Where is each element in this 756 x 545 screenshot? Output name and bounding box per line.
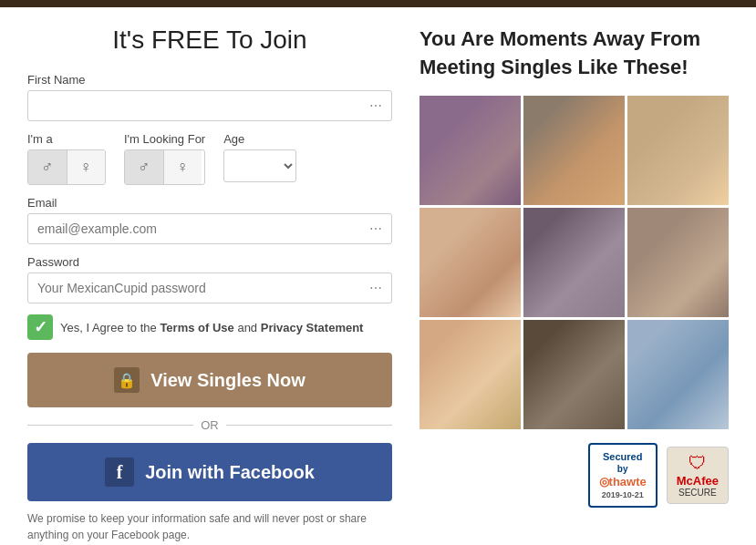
- age-group: Age 181920 253035: [223, 132, 296, 185]
- photo-1: [419, 96, 521, 205]
- ima-male-btn[interactable]: ♂: [28, 150, 67, 184]
- page-title: It's FREE To Join: [27, 26, 392, 55]
- age-select[interactable]: 181920 253035: [223, 149, 296, 182]
- gender-row: I'm a ♂ ♀ I'm Looking For ♂ ♀ Age 181920: [27, 132, 392, 185]
- lock-icon: 🔒: [114, 367, 140, 393]
- privacy-link[interactable]: Privacy Statement: [261, 321, 364, 334]
- facebook-icon: f: [105, 458, 134, 487]
- ima-female-btn[interactable]: ♀: [67, 150, 106, 184]
- first-name-icon: ⋯: [369, 98, 382, 113]
- or-divider: OR: [27, 418, 392, 432]
- photo-5: [523, 208, 625, 317]
- email-input[interactable]: [37, 221, 369, 236]
- email-group: Email ⋯: [27, 196, 392, 244]
- looking-female-btn[interactable]: ♀: [164, 150, 202, 184]
- email-field-wrapper[interactable]: ⋯: [27, 213, 392, 244]
- photo-4: [419, 208, 521, 317]
- or-line-right: [226, 425, 392, 426]
- password-group: Password ⋯: [27, 255, 392, 303]
- view-singles-label: View Singles Now: [150, 370, 306, 391]
- age-label: Age: [223, 132, 296, 146]
- secured-text: Secured: [603, 450, 642, 463]
- ima-buttons: ♂ ♀: [27, 149, 106, 185]
- terms-label: Yes, I Agree to the Terms of Use and Pri…: [60, 321, 363, 334]
- photo-9: [627, 320, 729, 429]
- password-input[interactable]: [37, 281, 369, 295]
- terms-checkbox[interactable]: [27, 314, 53, 340]
- password-label: Password: [27, 255, 392, 269]
- mcafee-shield-icon: 🛡: [689, 453, 707, 474]
- photo-8: [523, 320, 625, 429]
- photo-6: [627, 208, 729, 317]
- looking-for-label: I'm Looking For: [124, 132, 205, 146]
- mcafee-text: McAfee: [677, 474, 719, 488]
- looking-for-group: I'm Looking For ♂ ♀: [124, 132, 205, 185]
- looking-male-btn[interactable]: ♂: [125, 150, 164, 184]
- photo-7: [419, 320, 521, 429]
- password-field-wrapper[interactable]: ⋯: [27, 272, 392, 303]
- by-text: by: [617, 463, 628, 475]
- thawte-date: 2019-10-21: [602, 490, 644, 501]
- first-name-field[interactable]: ⋯: [27, 90, 392, 121]
- top-bar: [0, 0, 756, 7]
- view-singles-button[interactable]: 🔒 View Singles Now: [27, 353, 392, 407]
- mcafee-badge: 🛡 McAfee SECURE: [667, 447, 729, 504]
- terms-link[interactable]: Terms of Use: [160, 321, 233, 334]
- email-icon: ⋯: [369, 221, 382, 236]
- mcafee-secure-text: SECURE: [678, 488, 717, 498]
- password-icon: ⋯: [369, 281, 382, 295]
- photo-2: [523, 96, 625, 205]
- left-panel: It's FREE To Join First Name ⋯ I'm a ♂ ♀…: [27, 26, 392, 543]
- first-name-group: First Name ⋯: [27, 73, 392, 121]
- or-line-left: [27, 425, 193, 426]
- security-badges: Secured by ◎thawte 2019-10-21 🛡 McAfee S…: [419, 443, 729, 509]
- looking-for-buttons: ♂ ♀: [124, 149, 205, 185]
- right-panel: You Are Moments Away From Meeting Single…: [419, 26, 729, 543]
- main-content: It's FREE To Join First Name ⋯ I'm a ♂ ♀…: [0, 7, 756, 545]
- or-text: OR: [201, 418, 219, 432]
- first-name-label: First Name: [27, 73, 392, 87]
- ima-label: I'm a: [27, 132, 106, 146]
- thawte-logo: ◎thawte: [599, 475, 647, 490]
- photo-grid: [419, 96, 729, 429]
- terms-text: Yes, I Agree to the: [60, 321, 160, 334]
- photo-3: [627, 96, 729, 205]
- thawte-badge: Secured by ◎thawte 2019-10-21: [588, 443, 658, 509]
- email-label: Email: [27, 196, 392, 210]
- and-text: and: [234, 321, 261, 334]
- facebook-button[interactable]: f Join with Facebook: [27, 443, 392, 501]
- ima-group: I'm a ♂ ♀: [27, 132, 106, 185]
- terms-row: Yes, I Agree to the Terms of Use and Pri…: [27, 314, 392, 340]
- first-name-input[interactable]: [37, 98, 369, 113]
- privacy-note: We promise to keep your information safe…: [27, 510, 392, 543]
- right-heading: You Are Moments Away From Meeting Single…: [419, 26, 729, 82]
- facebook-label: Join with Facebook: [145, 462, 315, 483]
